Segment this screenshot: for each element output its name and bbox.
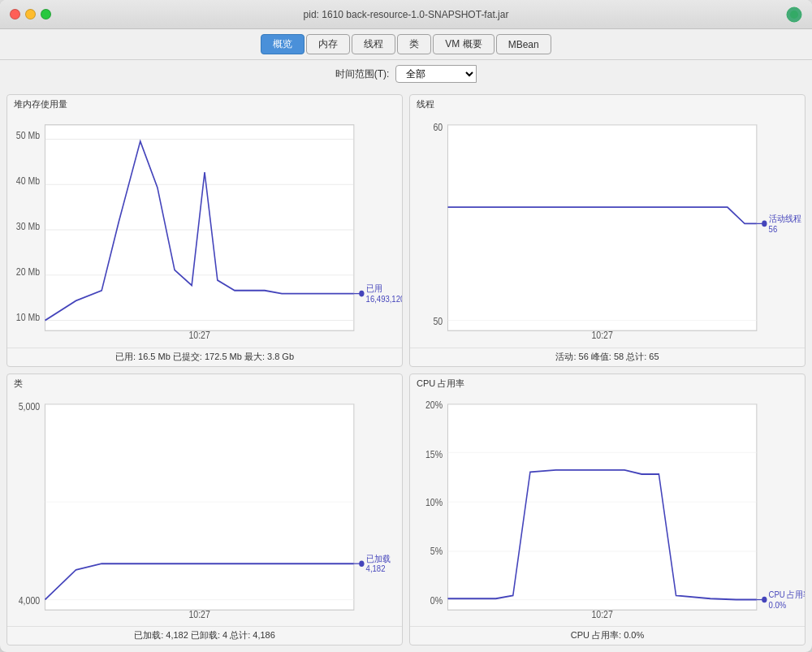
svg-text:20%: 20% [425, 398, 443, 409]
threads-panel: 线程 60 50 活动 [409, 94, 806, 367]
cpu-chart-title: CPU 占用率 [410, 374, 805, 390]
svg-text:5,000: 5,000 [19, 400, 41, 412]
svg-point-1 [790, 11, 798, 19]
classes-chart-area: 5,000 4,000 已加载 4,182 10:27 [7, 390, 402, 627]
svg-point-14 [359, 291, 364, 297]
minimize-button[interactable] [25, 9, 36, 19]
svg-text:10 Mb: 10 Mb [16, 311, 40, 322]
main-window: pid: 1610 back-resource-1.0-SNAPSHOT-fat… [0, 0, 812, 652]
tab-classes[interactable]: 类 [397, 34, 431, 54]
heap-chart-footer: 已用: 16.5 Mb 已提交: 172.5 Mb 最大: 3.8 Gb [7, 348, 402, 366]
heap-chart-svg: 50 Mb 40 Mb 30 Mb 20 Mb 10 Mb [7, 110, 402, 348]
controls-bar: 时间范围(T): 全部 最近1分钟 最近5分钟 最近10分钟 [0, 60, 812, 88]
svg-text:40 Mb: 40 Mb [16, 175, 40, 186]
heap-chart-title: 堆内存使用量 [7, 95, 402, 110]
classes-chart-title: 类 [7, 374, 402, 390]
close-button[interactable] [10, 9, 20, 19]
maximize-button[interactable] [41, 9, 51, 19]
time-range-select[interactable]: 全部 最近1分钟 最近5分钟 最近10分钟 [395, 65, 477, 83]
tabs-toolbar: 概览 内存 线程 类 VM 概要 MBean [0, 29, 812, 60]
svg-rect-30 [45, 404, 353, 609]
tab-memory[interactable]: 内存 [306, 34, 350, 54]
svg-text:60: 60 [433, 121, 443, 132]
cpu-chart-footer: CPU 占用率: 0.0% [410, 626, 805, 645]
svg-text:10%: 10% [425, 496, 443, 507]
svg-text:CPU 占用率: CPU 占用率 [769, 589, 805, 599]
time-range-selector[interactable]: 全部 最近1分钟 最近5分钟 最近10分钟 [395, 65, 477, 83]
svg-point-35 [359, 560, 364, 567]
threads-chart-title: 线程 [410, 95, 805, 110]
svg-text:50: 50 [433, 315, 443, 326]
window-title: pid: 1610 back-resource-1.0-SNAPSHOT-fat… [304, 9, 509, 20]
titlebar: pid: 1610 back-resource-1.0-SNAPSHOT-fat… [0, 0, 812, 29]
cpu-chart-area: 20% 15% 10% 5% 0% [410, 390, 805, 627]
tab-vm-summary[interactable]: VM 概要 [433, 34, 494, 54]
tab-overview[interactable]: 概览 [261, 34, 304, 54]
svg-point-51 [762, 596, 767, 602]
svg-rect-44 [447, 404, 756, 609]
classes-chart-footer: 已加载: 4,182 已卸载: 4 总计: 4,186 [7, 626, 402, 645]
svg-text:4,182: 4,182 [366, 563, 386, 573]
svg-text:5%: 5% [430, 544, 443, 555]
heap-chart-area: 50 Mb 40 Mb 30 Mb 20 Mb 10 Mb [7, 110, 402, 348]
threads-chart-svg: 60 50 活动线程 56 10:27 [410, 110, 805, 348]
tab-threads[interactable]: 线程 [352, 34, 395, 54]
svg-text:15%: 15% [425, 447, 443, 459]
svg-text:30 Mb: 30 Mb [16, 220, 40, 231]
classes-chart-svg: 5,000 4,000 已加载 4,182 10:27 [7, 390, 402, 627]
svg-text:10:27: 10:27 [591, 608, 612, 620]
classes-panel: 类 5,000 4,000 [6, 373, 403, 646]
cpu-chart-svg: 20% 15% 10% 5% 0% [410, 390, 805, 627]
svg-text:20 Mb: 20 Mb [16, 266, 40, 277]
traffic-lights [10, 9, 51, 19]
svg-text:0%: 0% [430, 594, 443, 605]
svg-text:0.0%: 0.0% [769, 598, 787, 609]
threads-chart-area: 60 50 活动线程 56 10:27 [410, 110, 805, 348]
svg-text:10:27: 10:27 [188, 329, 209, 340]
threads-chart-footer: 活动: 56 峰值: 58 总计: 65 [410, 348, 805, 366]
time-range-label: 时间范围(T): [335, 67, 390, 81]
cpu-panel: CPU 占用率 20% 15% 10% 5% 0% [409, 373, 806, 646]
svg-point-24 [762, 221, 767, 227]
app-icon [786, 6, 802, 23]
charts-grid: 堆内存使用量 50 Mb 40 Mb 30 Mb 20 Mb 10 Mb [0, 88, 812, 652]
tab-mbean[interactable]: MBean [496, 34, 551, 54]
svg-text:16,493,120: 16,493,120 [366, 293, 402, 304]
svg-text:4,000: 4,000 [19, 594, 41, 605]
svg-text:56: 56 [769, 223, 778, 234]
svg-text:10:27: 10:27 [591, 329, 612, 340]
svg-text:已用: 已用 [366, 283, 382, 293]
svg-text:50 Mb: 50 Mb [16, 130, 40, 141]
svg-rect-7 [45, 125, 353, 330]
svg-text:10:27: 10:27 [188, 608, 209, 620]
heap-memory-panel: 堆内存使用量 50 Mb 40 Mb 30 Mb 20 Mb 10 Mb [6, 94, 403, 367]
svg-rect-20 [447, 125, 756, 330]
svg-text:活动线程: 活动线程 [769, 213, 801, 223]
svg-text:已加载: 已加载 [366, 552, 391, 563]
